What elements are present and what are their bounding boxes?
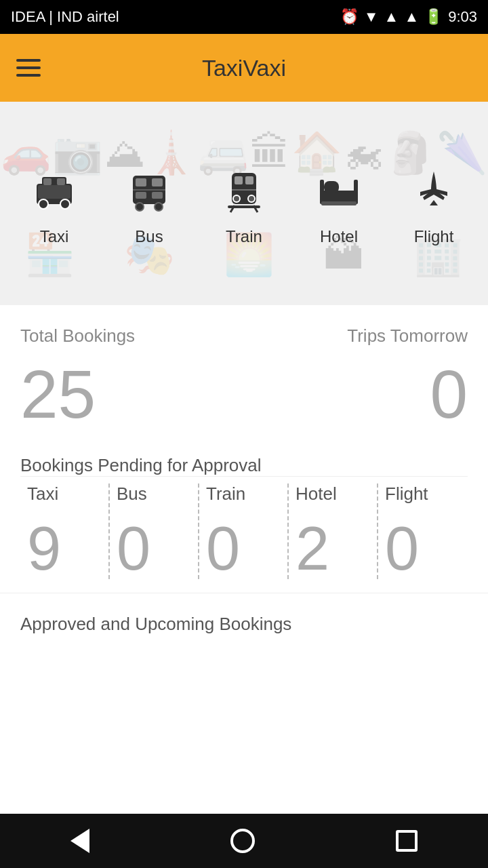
home-icon xyxy=(230,829,255,853)
svg-point-4 xyxy=(60,199,70,209)
pending-flight-value: 0 xyxy=(385,518,419,579)
svg-rect-10 xyxy=(133,189,165,191)
back-button[interactable] xyxy=(70,829,89,853)
pending-hotel: Hotel 2 xyxy=(289,484,378,579)
app-title: TaxiVaxi xyxy=(202,55,286,81)
hero-section: 🚗📷⛰🗼🚐 🏛🏠🏍🗿🌂 🏪🎭🌅🏔🏢 Taxi xyxy=(0,102,488,305)
pending-hotel-value: 2 xyxy=(296,518,329,579)
svg-rect-9 xyxy=(152,178,163,186)
svg-rect-16 xyxy=(235,176,243,184)
pending-section: Bookings Pending for Approval Taxi 9 Bus… xyxy=(0,435,488,593)
pending-taxi: Taxi 9 xyxy=(20,484,110,579)
approved-section-title: Approved and Upcoming Bookings xyxy=(20,614,291,634)
bus-icon xyxy=(126,167,172,220)
pending-hotel-label: Hotel xyxy=(296,484,337,505)
trips-tomorrow-value: 0 xyxy=(430,360,468,428)
train-label: Train xyxy=(226,227,262,246)
signal-icon: ▲ xyxy=(384,8,399,26)
stats-section: Total Bookings 25 Trips Tomorrow 0 xyxy=(0,305,488,435)
svg-rect-13 xyxy=(136,192,146,199)
transport-item-train[interactable]: Train xyxy=(210,167,278,246)
pending-train: Train 0 xyxy=(199,484,289,579)
taxi-label: Taxi xyxy=(40,227,69,246)
alarm-icon: ⏰ xyxy=(340,8,359,26)
transport-item-taxi[interactable]: Taxi xyxy=(20,167,88,246)
signal2-icon: ▲ xyxy=(404,8,419,26)
pending-section-title: Bookings Pending for Approval xyxy=(20,455,262,475)
pending-train-value: 0 xyxy=(206,518,240,579)
svg-point-12 xyxy=(155,203,163,211)
pending-flight-label: Flight xyxy=(385,484,428,505)
wifi-icon: ▼ xyxy=(364,8,379,26)
transport-item-flight[interactable]: Flight xyxy=(400,167,468,246)
home-button[interactable] xyxy=(230,829,255,853)
svg-rect-8 xyxy=(136,178,146,186)
hotel-icon xyxy=(316,167,362,220)
status-bar: IDEA | IND airtel ⏰ ▼ ▲ ▲ 🔋 9:03 xyxy=(0,0,488,34)
bottom-nav xyxy=(0,814,488,868)
svg-rect-18 xyxy=(232,189,256,191)
svg-point-19 xyxy=(233,195,240,202)
svg-rect-6 xyxy=(57,178,65,185)
pending-taxi-value: 9 xyxy=(27,518,61,579)
time-text: 9:03 xyxy=(448,8,477,26)
svg-point-20 xyxy=(248,195,255,202)
svg-rect-27 xyxy=(354,180,358,204)
svg-rect-14 xyxy=(152,192,163,199)
toolbar: TaxiVaxi xyxy=(0,34,488,102)
train-icon xyxy=(221,167,267,220)
flight-label: Flight xyxy=(414,227,454,246)
pending-bus-label: Bus xyxy=(117,484,147,505)
battery-icon: 🔋 xyxy=(424,8,443,26)
svg-rect-5 xyxy=(43,178,52,185)
transport-row: Taxi Bus xyxy=(0,147,488,260)
recents-button[interactable] xyxy=(396,830,418,852)
taxi-icon xyxy=(31,167,77,220)
back-icon xyxy=(70,829,89,853)
svg-rect-25 xyxy=(324,181,339,193)
approved-section: Approved and Upcoming Bookings xyxy=(0,593,488,648)
trips-tomorrow-block: Trips Tomorrow 0 xyxy=(244,326,468,428)
hotel-label: Hotel xyxy=(320,227,358,246)
trips-tomorrow-label: Trips Tomorrow xyxy=(347,326,468,347)
carrier-text: IDEA | IND airtel xyxy=(11,8,119,26)
total-bookings-label: Total Bookings xyxy=(20,326,135,347)
transport-item-hotel[interactable]: Hotel xyxy=(305,167,373,246)
pending-bus: Bus 0 xyxy=(110,484,199,579)
recents-icon xyxy=(396,830,418,852)
menu-button[interactable] xyxy=(16,59,41,77)
svg-point-3 xyxy=(39,199,48,209)
svg-point-11 xyxy=(136,203,144,211)
total-bookings-value: 25 xyxy=(20,360,96,428)
pending-flight: Flight 0 xyxy=(378,484,468,579)
svg-rect-17 xyxy=(245,176,253,184)
pending-train-label: Train xyxy=(206,484,245,505)
svg-rect-28 xyxy=(321,201,357,205)
flight-icon xyxy=(411,167,457,220)
pending-row: Taxi 9 Bus 0 Train 0 Hotel 2 Flight 0 xyxy=(20,476,468,579)
stats-row: Total Bookings 25 Trips Tomorrow 0 xyxy=(20,326,468,428)
pending-bus-value: 0 xyxy=(117,518,150,579)
bus-label: Bus xyxy=(135,227,163,246)
pending-taxi-label: Taxi xyxy=(27,484,58,505)
transport-item-bus[interactable]: Bus xyxy=(115,167,183,246)
svg-rect-26 xyxy=(320,180,324,204)
svg-rect-2 xyxy=(38,185,70,199)
svg-rect-24 xyxy=(320,191,358,203)
total-bookings-block: Total Bookings 25 xyxy=(20,326,244,428)
status-icons: ⏰ ▼ ▲ ▲ 🔋 9:03 xyxy=(340,8,477,26)
